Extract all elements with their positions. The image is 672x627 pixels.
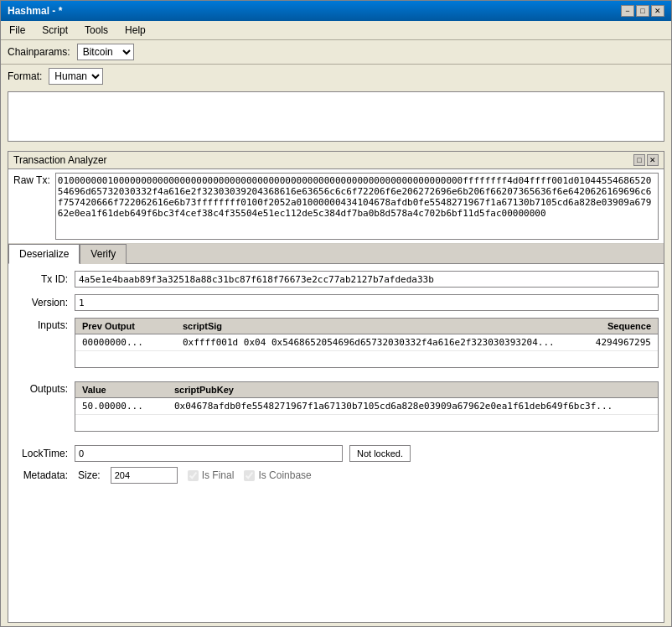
tab-deserialize[interactable]: Deserialize [8, 244, 80, 264]
outputs-row: Outputs: Value scriptPubKey 50.00000... … [13, 381, 659, 438]
script-textarea[interactable] [8, 91, 664, 142]
outputs-col-value: Value [79, 384, 171, 396]
is-coinbase-text: Is Coinbase [258, 469, 311, 481]
menu-tools[interactable]: Tools [80, 23, 113, 38]
inputs-label: Inputs: [13, 318, 68, 331]
raw-tx-label: Raw Tx: [13, 173, 50, 186]
tab-content-deserialize: Tx ID: Version: Inputs: Prev Output scri… [8, 264, 664, 622]
outputs-table: Value scriptPubKey 50.00000... 0x04678af… [75, 381, 659, 432]
txid-row: Tx ID: [13, 271, 659, 288]
maximize-button[interactable]: □ [636, 5, 649, 17]
main-window: Hashmal - * − □ ✕ File Script Tools Help… [0, 0, 672, 627]
checkbox-group: Is Final Is Coinbase [188, 469, 312, 481]
inputs-col-scriptsig: scriptSig [179, 320, 571, 332]
output-value: 50.00000... [79, 400, 171, 412]
tab-bar: Deserialize Verify [8, 244, 664, 264]
chainparams-select[interactable]: Bitcoin Testnet Regtest [77, 44, 134, 60]
txid-label: Tx ID: [13, 273, 68, 285]
input-sequence: 4294967295 [571, 336, 654, 349]
locktime-status: Not locked. [349, 445, 411, 462]
outputs-label: Outputs: [13, 381, 68, 395]
format-label: Format: [8, 70, 42, 82]
script-textarea-section [8, 91, 664, 144]
menu-help[interactable]: Help [120, 23, 151, 38]
version-label: Version: [13, 297, 68, 308]
inputs-table-header: Prev Output scriptSig Sequence [75, 319, 658, 334]
menu-script[interactable]: Script [37, 23, 73, 38]
tabs-section: Deserialize Verify Tx ID: Version: Input… [8, 244, 664, 622]
raw-tx-content[interactable]: 0100000001000000000000000000000000000000… [55, 173, 659, 240]
metadata-row: Metadata: Size: Is Final Is Coinbase [13, 467, 659, 484]
outputs-table-header: Value scriptPubKey [75, 382, 658, 398]
format-bar: Format: Human Hex [1, 65, 671, 88]
analyzer-header: Transaction Analyzer □ ✕ [8, 152, 664, 169]
inputs-col-prev: Prev Output [79, 320, 179, 332]
title-bar: Hashmal - * − □ ✕ [1, 1, 671, 21]
txid-input[interactable] [75, 271, 659, 288]
menu-bar: File Script Tools Help [1, 21, 671, 40]
tab-verify[interactable]: Verify [80, 244, 127, 264]
is-final-checkbox [188, 470, 199, 481]
format-select-wrapper: Human Hex [49, 68, 103, 85]
format-select[interactable]: Human Hex [49, 68, 103, 85]
version-input[interactable] [75, 294, 659, 311]
metadata-label: Metadata: [13, 469, 68, 481]
transaction-analyzer-panel: Transaction Analyzer □ ✕ Raw Tx: 0100000… [8, 151, 664, 623]
version-row: Version: [13, 294, 659, 311]
is-final-label: Is Final [188, 469, 235, 481]
outputs-col-scriptpubkey: scriptPubKey [171, 384, 654, 396]
minimize-button[interactable]: − [621, 5, 634, 17]
is-coinbase-checkbox [244, 470, 255, 481]
chainparams-select-wrapper: Bitcoin Testnet Regtest [77, 44, 134, 60]
is-final-text: Is Final [202, 469, 235, 481]
inputs-row: Inputs: Prev Output scriptSig Sequence 0… [13, 318, 659, 375]
locktime-label: LockTime: [13, 448, 68, 459]
size-input[interactable] [111, 467, 178, 484]
menu-file[interactable]: File [4, 23, 30, 38]
locktime-row: LockTime: Not locked. [13, 445, 659, 462]
input-scriptsig: 0xffff001d 0x04 0x5468652054696d65732030… [179, 336, 571, 349]
raw-tx-section: Raw Tx: 01000000010000000000000000000000… [8, 169, 664, 244]
input-prev-output: 00000000... [79, 336, 179, 349]
size-label: Size: [78, 469, 101, 481]
outputs-table-row[interactable]: 50.00000... 0x04678afdb0fe5548271967f1a6… [75, 398, 658, 415]
window-controls: − □ ✕ [621, 5, 664, 17]
close-button[interactable]: ✕ [651, 5, 664, 17]
output-scriptpubkey: 0x04678afdb0fe5548271967f1a67130b7105cd6… [171, 400, 654, 412]
inputs-col-seq: Sequence [571, 320, 654, 332]
chainparams-toolbar: Chainparams: Bitcoin Testnet Regtest [1, 40, 671, 65]
analyzer-close-button[interactable]: ✕ [647, 154, 659, 166]
window-title: Hashmal - * [8, 5, 62, 17]
inputs-table: Prev Output scriptSig Sequence 00000000.… [75, 318, 659, 368]
analyzer-title: Transaction Analyzer [13, 154, 107, 166]
analyzer-restore-button[interactable]: □ [633, 154, 645, 166]
is-coinbase-label: Is Coinbase [244, 469, 311, 481]
inputs-table-row[interactable]: 00000000... 0xffff001d 0x04 0x5468652054… [75, 334, 658, 351]
chainparams-label: Chainparams: [8, 46, 70, 58]
locktime-input[interactable] [75, 445, 343, 462]
analyzer-header-icons: □ ✕ [633, 154, 659, 166]
